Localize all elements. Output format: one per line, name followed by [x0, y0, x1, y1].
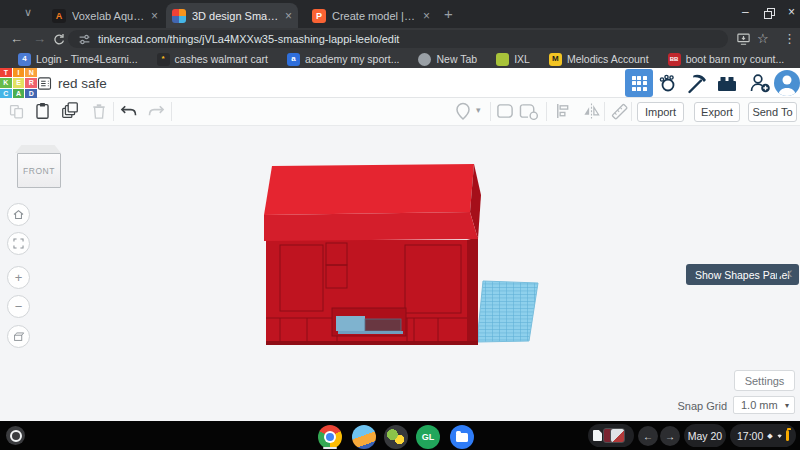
view-cube[interactable]: FRONT: [17, 153, 61, 188]
home-view-button[interactable]: [7, 203, 30, 226]
logo-cell: I: [13, 68, 25, 77]
wifi-icon: [777, 431, 782, 441]
holding-space-tray[interactable]: [588, 424, 634, 447]
gl-app-icon[interactable]: GL: [416, 425, 440, 449]
refresh-icon[interactable]: [52, 33, 65, 46]
fit-view-button[interactable]: [7, 232, 30, 255]
close-window-button[interactable]: ×: [788, 5, 795, 19]
bookmark-item[interactable]: IXL: [496, 53, 530, 66]
toolbar-divider: [171, 102, 172, 121]
tinker-3d-button[interactable]: [625, 69, 653, 97]
add-collaborator-icon[interactable]: [749, 72, 772, 95]
lego-brick-icon[interactable]: [716, 74, 738, 93]
truck-game-app-icon[interactable]: [384, 425, 408, 449]
arrow-left-icon: ←: [643, 431, 653, 442]
install-app-icon[interactable]: [736, 32, 751, 46]
bookmark-item[interactable]: a academy my sport...: [287, 53, 400, 66]
chrome-app-icon[interactable]: [318, 425, 342, 449]
shelf-prev-button[interactable]: ←: [638, 426, 658, 446]
zoom-out-button[interactable]: −: [7, 295, 30, 318]
browser-tab-tinkercad[interactable]: 3D design Smashing Lappi-Lee ×: [166, 3, 298, 28]
bookmark-label: Melodics Account: [567, 53, 649, 65]
bookmark-item[interactable]: 4 Login - Time4Learni...: [18, 53, 138, 66]
minimize-button[interactable]: –: [742, 5, 749, 19]
snap-grid-select[interactable]: 1.0 mm ▾: [733, 396, 795, 414]
logo-cell: K: [0, 78, 12, 87]
battery-icon: [786, 430, 789, 441]
restore-button[interactable]: [764, 8, 775, 19]
bookmark-item[interactable]: M Melodics Account: [549, 53, 649, 66]
minecraft-pickaxe-icon[interactable]: [685, 72, 708, 95]
expand-shapes-panel-chevron[interactable]: ‹: [787, 263, 793, 283]
chrome-icon-inner: [324, 431, 336, 443]
tinkercad-logo[interactable]: T I N K E R C A D: [0, 68, 37, 98]
bookmark-favicon: *: [157, 53, 170, 66]
export-button[interactable]: Export: [694, 102, 740, 122]
tooltip-label: Show Shapes Panel: [695, 269, 790, 281]
undo-icon[interactable]: [120, 103, 137, 119]
delete-icon[interactable]: [91, 102, 107, 120]
red-safe-model[interactable]: [264, 164, 481, 345]
design-title[interactable]: red safe: [58, 76, 107, 91]
group-icon[interactable]: [496, 102, 515, 120]
account-avatar[interactable]: [774, 70, 800, 96]
design-properties-icon[interactable]: [37, 76, 52, 91]
bookmark-item[interactable]: * cashes walmart cart: [157, 53, 268, 66]
shelf-next-button[interactable]: →: [660, 426, 680, 446]
logo-cell: N: [25, 68, 37, 77]
bookmark-item[interactable]: New Tab: [418, 53, 477, 66]
copy-icon[interactable]: [8, 103, 25, 120]
launcher-button[interactable]: [6, 426, 25, 445]
close-icon[interactable]: ×: [423, 10, 430, 22]
zoom-in-button[interactable]: +: [7, 266, 30, 289]
forward-icon[interactable]: →: [33, 31, 46, 46]
date-tray[interactable]: May 20: [684, 424, 726, 447]
canvas-3d-view[interactable]: [240, 140, 560, 360]
gl-app-label: GL: [422, 432, 435, 442]
racing-game-app-icon[interactable]: [352, 425, 376, 449]
screen: ∨ A Voxelab Aquila S3 3D Printer × 3D de…: [0, 0, 800, 450]
avatar-person-icon: [774, 70, 800, 96]
snap-grid-value: 1.0 mm: [741, 399, 778, 411]
ungroup-icon[interactable]: [519, 102, 539, 120]
bookmark-label: IXL: [514, 53, 530, 65]
status-tray[interactable]: 17:00 ◆: [730, 424, 796, 447]
import-button[interactable]: Import: [637, 102, 684, 122]
workplane-caret-icon[interactable]: ▾: [476, 105, 481, 115]
redo-icon[interactable]: [148, 103, 165, 119]
browser-tab-printables[interactable]: P Create model | Printables.com ×: [306, 3, 436, 28]
bookmark-label: New Tab: [436, 53, 477, 65]
bookmark-star-icon[interactable]: ☆: [757, 31, 769, 46]
duplicate-icon[interactable]: [60, 101, 80, 121]
files-app-icon[interactable]: [450, 425, 474, 449]
send-to-button[interactable]: Send To: [748, 102, 797, 122]
tab-search-chevron-icon[interactable]: ∨: [24, 6, 32, 19]
mirror-icon[interactable]: [582, 102, 601, 120]
site-info-icon[interactable]: [78, 33, 91, 46]
perspective-toggle-button[interactable]: [7, 325, 30, 348]
url-bar[interactable]: tinkercad.com/things/jVLa4MXXw35-smashin…: [68, 30, 728, 48]
new-tab-button[interactable]: +: [444, 5, 453, 22]
perspective-icon: [12, 330, 25, 343]
align-icon[interactable]: [554, 102, 571, 120]
browser-menu-icon[interactable]: ⋮: [783, 31, 796, 46]
bookmark-favicon: BB: [668, 53, 681, 66]
import-label: Import: [645, 106, 676, 118]
back-icon[interactable]: ←: [10, 31, 23, 46]
browser-tab-voxelab[interactable]: A Voxelab Aquila S3 3D Printer ×: [46, 3, 164, 28]
screenshot-thumbnail[interactable]: [610, 428, 625, 443]
export-label: Export: [701, 106, 733, 118]
view-cube-top[interactable]: [15, 145, 61, 153]
tab-title: Create model | Printables.com: [332, 10, 417, 22]
close-icon[interactable]: ×: [285, 10, 292, 22]
sim-lab-icon[interactable]: [657, 72, 679, 94]
settings-button[interactable]: Settings: [734, 370, 795, 391]
paste-icon[interactable]: [34, 102, 51, 120]
workplane-grid[interactable]: [477, 281, 538, 342]
caret-down-icon: ▾: [785, 401, 789, 410]
design-canvas[interactable]: FRONT + − Show Shapes Panel: [0, 126, 800, 421]
workplane-icon[interactable]: [455, 102, 471, 121]
close-icon[interactable]: ×: [151, 10, 158, 22]
bookmark-item[interactable]: BB boot barn my count...: [668, 53, 785, 66]
ruler-icon[interactable]: [610, 102, 629, 121]
